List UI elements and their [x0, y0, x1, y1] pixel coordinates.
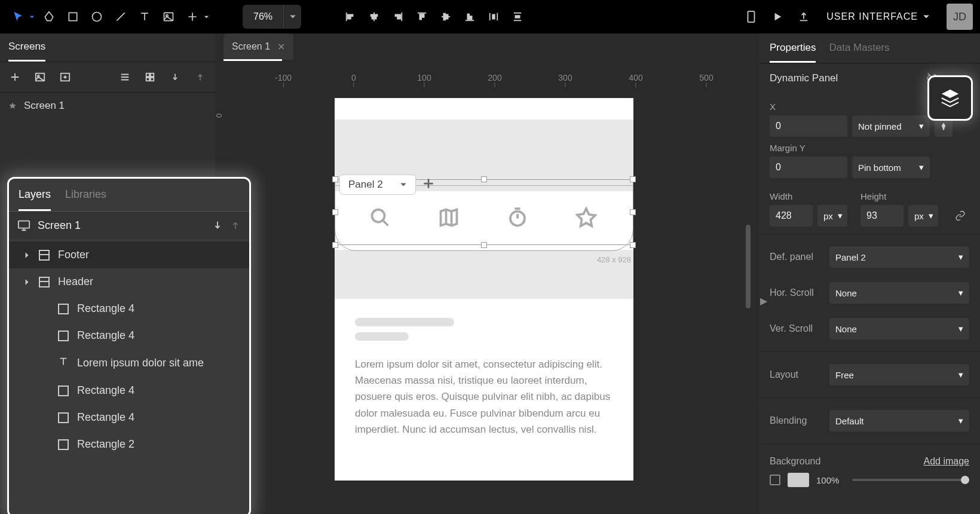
- layer-row-rect[interactable]: Rectangle 2: [9, 431, 249, 458]
- hor-scroll-select[interactable]: None▾: [829, 282, 969, 304]
- ver-scroll-label: Ver. Scroll: [770, 323, 822, 334]
- search-icon[interactable]: [369, 207, 391, 228]
- ver-scroll-select[interactable]: None▾: [829, 318, 969, 339]
- rectangle-tool[interactable]: [62, 6, 84, 27]
- layers-root-item[interactable]: Screen 1: [9, 212, 249, 239]
- panel-switcher: Panel 2: [339, 175, 435, 195]
- play-icon[interactable]: [767, 6, 788, 27]
- layer-row-rect[interactable]: Rectangle 4: [9, 295, 249, 322]
- distribute-h-icon[interactable]: [483, 6, 504, 27]
- layer-row-rect[interactable]: Rectangle 4: [9, 404, 249, 431]
- scrollbar-vertical[interactable]: [746, 225, 751, 308]
- add-tool[interactable]: [182, 6, 203, 27]
- layer-row-rect[interactable]: Rectangle 4: [9, 377, 249, 404]
- chevron-right-icon[interactable]: [23, 252, 30, 259]
- layer-row-footer[interactable]: Footer: [9, 241, 249, 268]
- align-center-v-icon[interactable]: [435, 6, 457, 27]
- expand-panel-icon[interactable]: ▶: [760, 295, 767, 307]
- add-screen-icon[interactable]: [6, 68, 24, 86]
- pointer-tool[interactable]: [7, 6, 29, 27]
- zoom-dropdown[interactable]: [283, 5, 301, 29]
- layers-icon-popup[interactable]: [927, 75, 973, 121]
- tab-properties[interactable]: Properties: [770, 42, 816, 63]
- align-top-icon[interactable]: [411, 6, 433, 27]
- tab-data-masters[interactable]: Data Masters: [829, 42, 889, 63]
- pinned-select[interactable]: Not pinned▾: [852, 115, 930, 137]
- pen-tool[interactable]: [38, 6, 60, 27]
- artboard[interactable]: Lorem ipsum dolor sit amet, consectetur …: [335, 98, 633, 481]
- bg-checkbox[interactable]: [770, 475, 780, 485]
- hor-scroll-label: Hor. Scroll: [770, 287, 822, 298]
- add-frame-icon[interactable]: [56, 68, 74, 86]
- add-panel-icon[interactable]: [422, 177, 435, 192]
- height-unit[interactable]: px▾: [908, 205, 938, 227]
- map-icon[interactable]: [438, 207, 460, 228]
- ellipse-tool[interactable]: [86, 6, 108, 27]
- blending-select[interactable]: Default▾: [829, 410, 969, 432]
- layer-row-header[interactable]: Header: [9, 268, 249, 295]
- star-icon[interactable]: [575, 207, 597, 228]
- arrow-down-icon[interactable]: [212, 220, 223, 231]
- text-tool[interactable]: [134, 6, 155, 27]
- pointer-tool-dropdown[interactable]: [27, 14, 36, 20]
- layer-row-rect[interactable]: Rectangle 4: [9, 322, 249, 349]
- sort-up-icon[interactable]: [191, 68, 209, 86]
- image-tool[interactable]: [158, 6, 179, 27]
- margin-input[interactable]: [770, 157, 847, 178]
- timer-icon[interactable]: [507, 207, 528, 228]
- svg-rect-13: [397, 17, 400, 19]
- align-left-icon[interactable]: [339, 6, 361, 27]
- distribute-v-icon[interactable]: [507, 6, 528, 27]
- monitor-icon: [17, 219, 30, 232]
- tab-layers[interactable]: Layers: [19, 188, 51, 211]
- align-right-icon[interactable]: [387, 6, 409, 27]
- panel-icon: [39, 277, 50, 287]
- add-tool-dropdown[interactable]: [202, 14, 210, 20]
- bg-color-swatch[interactable]: [788, 473, 809, 487]
- image-icon[interactable]: [31, 68, 49, 86]
- panel-icon: [39, 250, 50, 261]
- rect-icon: [58, 386, 69, 396]
- list-view-icon[interactable]: [116, 68, 134, 86]
- align-bottom-icon[interactable]: [459, 6, 480, 27]
- svg-rect-0: [69, 13, 76, 20]
- screen-list-item-label: Screen 1: [24, 100, 65, 112]
- add-image-link[interactable]: Add image: [924, 456, 970, 467]
- height-label: Height: [860, 191, 939, 201]
- def-panel-select[interactable]: Panel 2▾: [829, 246, 969, 268]
- bg-opacity-slider[interactable]: [852, 479, 969, 481]
- layer-label: Footer: [58, 249, 89, 261]
- avatar[interactable]: JD: [947, 4, 973, 30]
- svg-rect-19: [446, 14, 448, 19]
- width-input[interactable]: [770, 205, 813, 227]
- sort-down-icon[interactable]: [166, 68, 184, 86]
- link-dimensions-icon[interactable]: [951, 205, 969, 227]
- close-tab-icon[interactable]: ✕: [277, 41, 285, 53]
- layer-list: Footer Header Rectangle 4 Rectangle 4: [9, 239, 249, 460]
- arrow-up-icon[interactable]: [230, 220, 241, 231]
- zoom-control[interactable]: 76%: [243, 5, 301, 29]
- text-icon: [58, 356, 69, 370]
- canvas[interactable]: Screen 1 ✕ -100 0 100 200 300 400 500 0 …: [215, 33, 759, 514]
- align-center-h-icon[interactable]: [363, 6, 385, 27]
- profile-dropdown[interactable]: USER INTERFACE: [819, 11, 937, 22]
- screens-tab[interactable]: Screens: [0, 33, 215, 62]
- tab-libraries[interactable]: Libraries: [65, 188, 106, 211]
- device-preview-icon[interactable]: [740, 6, 762, 27]
- chevron-right-icon[interactable]: [23, 279, 30, 286]
- panel-select[interactable]: Panel 2: [339, 175, 416, 195]
- pin-bottom-select[interactable]: Pin bottom▾: [852, 157, 930, 178]
- layout-select[interactable]: Free▾: [829, 364, 969, 386]
- body-text: Lorem ipsum dolor sit amet, consectetur …: [355, 356, 613, 437]
- screen-list-item[interactable]: Screen 1: [0, 93, 215, 119]
- width-unit[interactable]: px▾: [817, 205, 847, 227]
- layer-row-text[interactable]: Lorem ipsum dolor sit ame: [9, 349, 249, 377]
- height-input[interactable]: [860, 205, 904, 227]
- upload-icon[interactable]: [793, 6, 814, 27]
- layer-label: Lorem ipsum dolor sit ame: [77, 357, 204, 369]
- line-tool[interactable]: [110, 6, 131, 27]
- x-input[interactable]: [770, 115, 847, 137]
- svg-rect-10: [372, 17, 376, 19]
- grid-view-icon[interactable]: [141, 68, 159, 86]
- document-tab[interactable]: Screen 1 ✕: [223, 33, 293, 60]
